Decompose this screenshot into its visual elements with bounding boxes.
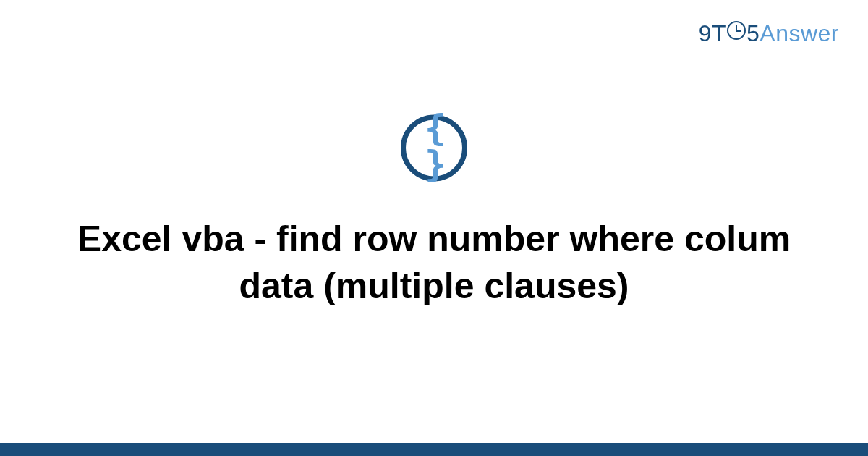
footer-bar [0, 443, 868, 456]
logo-text-9t: 9T [699, 20, 726, 47]
main-content: { } Excel vba - find row number where co… [0, 114, 868, 310]
logo-text-answer: Answer [760, 20, 839, 47]
clock-icon [727, 21, 746, 40]
site-logo: 9T 5 Answer [699, 20, 839, 47]
category-icon-circle: { } [401, 114, 467, 181]
code-braces-icon: { } [406, 110, 462, 182]
question-title: Excel vba - find row number where colum … [0, 216, 868, 310]
logo-text-5: 5 [746, 20, 760, 47]
